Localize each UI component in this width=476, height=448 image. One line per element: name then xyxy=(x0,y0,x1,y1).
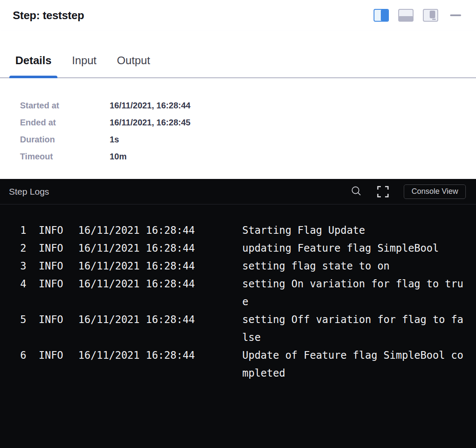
page-title: Step: teststep xyxy=(13,9,84,22)
log-level: INFO xyxy=(39,221,63,239)
detail-value: 16/11/2021, 16:28:45 xyxy=(110,114,190,131)
tab-output[interactable]: Output xyxy=(111,31,156,77)
log-message: setting flag state to on xyxy=(242,257,466,275)
log-timestamp: 16/11/2021 16:28:44 xyxy=(78,346,196,364)
expand-fullscreen-icon xyxy=(377,185,389,198)
floating-panel-view-button[interactable] xyxy=(423,9,438,22)
log-line-number: 6 xyxy=(10,346,26,364)
log-message: setting Off variation for flag to false xyxy=(242,311,466,346)
bottom-panel-view-button[interactable] xyxy=(398,9,414,22)
tab-details[interactable]: Details xyxy=(9,31,57,77)
log-line-number: 3 xyxy=(10,257,26,275)
log-timestamp: 16/11/2021 16:28:44 xyxy=(78,311,196,329)
log-row: 4 INFO 16/11/2021 16:28:44 setting On va… xyxy=(10,275,466,311)
detail-row: Duration 1s xyxy=(20,131,476,148)
detail-row: Timeout 10m xyxy=(20,148,476,165)
split-right-view-icon xyxy=(374,9,389,22)
log-message: updating Feature flag SimpleBool xyxy=(242,239,466,257)
floating-panel-view-icon xyxy=(423,9,438,22)
log-row: 3 INFO 16/11/2021 16:28:44 setting flag … xyxy=(10,257,466,275)
log-level: INFO xyxy=(39,257,63,275)
log-level: INFO xyxy=(39,239,63,257)
log-row: 5 INFO 16/11/2021 16:28:44 setting Off v… xyxy=(10,311,466,346)
log-timestamp: 16/11/2021 16:28:44 xyxy=(78,239,196,257)
log-row: 6 INFO 16/11/2021 16:28:44 Update of Fea… xyxy=(10,346,466,382)
detail-label: Duration xyxy=(20,131,110,148)
detail-value: 1s xyxy=(110,131,119,148)
log-line-number: 4 xyxy=(10,275,26,293)
log-timestamp: 16/11/2021 16:28:44 xyxy=(78,275,196,293)
minimize-icon xyxy=(450,14,461,16)
log-line-number: 2 xyxy=(10,239,26,257)
header: Step: teststep xyxy=(0,0,476,31)
log-search-button[interactable] xyxy=(351,186,362,197)
split-right-view-button[interactable] xyxy=(374,9,389,22)
detail-label: Started at xyxy=(20,97,110,114)
log-level: INFO xyxy=(39,275,63,293)
step-logs-panel: Step Logs xyxy=(0,179,476,448)
step-logs-title: Step Logs xyxy=(9,187,351,197)
details-section: Started at 16/11/2021, 16:28:44 Ended at… xyxy=(0,78,476,179)
bottom-panel-view-icon xyxy=(398,9,414,22)
detail-label: Timeout xyxy=(20,148,110,165)
detail-value: 10m xyxy=(110,148,127,165)
log-message: Update of Feature flag SimpleBool comple… xyxy=(242,346,466,382)
detail-value: 16/11/2021, 16:28:44 xyxy=(110,97,190,114)
tab-input[interactable]: Input xyxy=(66,31,102,77)
log-message: setting On variation for flag to true xyxy=(242,275,466,311)
detail-label: Ended at xyxy=(20,114,110,131)
console-view-button[interactable]: Console View xyxy=(404,184,466,199)
detail-row: Ended at 16/11/2021, 16:28:45 xyxy=(20,114,476,131)
search-icon xyxy=(351,186,362,197)
tabbar: Details Input Output xyxy=(0,31,476,78)
minimize-button[interactable] xyxy=(450,12,461,19)
log-line-number: 1 xyxy=(10,221,26,239)
log-message: Starting Flag Update xyxy=(242,221,466,239)
log-level: INFO xyxy=(39,311,63,329)
log-timestamp: 16/11/2021 16:28:44 xyxy=(78,221,196,239)
log-expand-button[interactable] xyxy=(377,185,389,198)
step-logs-actions: Console View xyxy=(351,184,466,199)
detail-row: Started at 16/11/2021, 16:28:44 xyxy=(20,97,476,114)
log-line-number: 5 xyxy=(10,311,26,329)
log-level: INFO xyxy=(39,346,63,364)
log-row: 2 INFO 16/11/2021 16:28:44 updating Feat… xyxy=(10,239,466,257)
layout-controls xyxy=(374,9,461,22)
log-viewport[interactable]: 1 INFO 16/11/2021 16:28:44 Starting Flag… xyxy=(0,204,476,382)
log-timestamp: 16/11/2021 16:28:44 xyxy=(78,257,196,275)
step-logs-header: Step Logs xyxy=(0,179,476,204)
log-row: 1 INFO 16/11/2021 16:28:44 Starting Flag… xyxy=(10,221,466,239)
